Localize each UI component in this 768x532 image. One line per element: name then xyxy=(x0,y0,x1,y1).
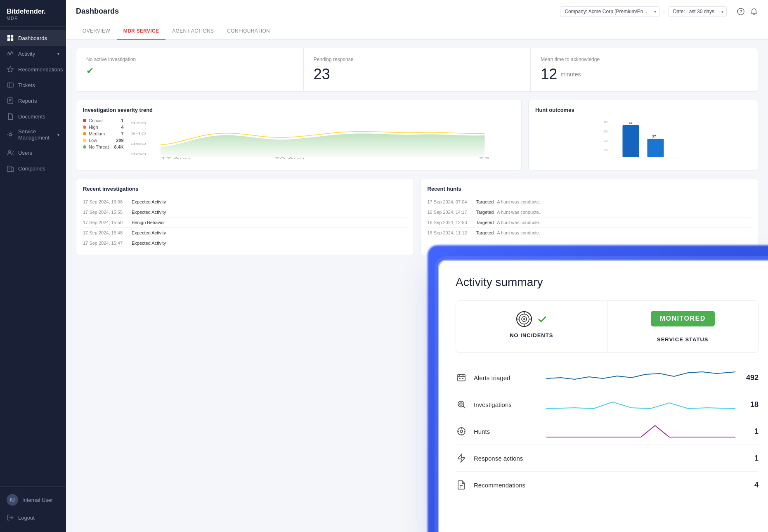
investigation-chart-area: 320 340 360 380 17 Aug 20 Aug 23 xyxy=(130,118,515,159)
tab-configuration[interactable]: CONFIGURATION xyxy=(220,23,276,40)
activity-summary-modal: Activity summary NO IN xyxy=(438,260,768,532)
critical-dot xyxy=(83,119,86,122)
stat-mean-time-unit: minutes xyxy=(560,71,581,78)
recent-inv-1: 17 Sep 2024, 15:55 Expected Activity xyxy=(83,207,407,218)
response-chart xyxy=(546,451,735,466)
sidebar-navigation: Dashboards Activity ▾ Recommendations Ti… xyxy=(0,27,66,486)
svg-text:380: 380 xyxy=(130,152,147,156)
sidebar-recommendations-label: Recommendations xyxy=(18,66,63,73)
hunt-outcomes-chart-area: 80 60 40 20 63 27 xyxy=(535,118,751,163)
svg-text:320: 320 xyxy=(130,121,147,125)
investigations-value: 18 xyxy=(742,400,759,409)
company-filter[interactable]: Company: Acme Corp [Premium/En... xyxy=(560,6,659,17)
no-incidents-block: NO INCIDENTS xyxy=(456,301,607,352)
hunt-outcomes-chart: Hunt outcomes 80 60 40 20 63 2 xyxy=(528,100,758,170)
sidebar-item-tickets[interactable]: Tickets xyxy=(0,77,66,93)
sidebar-item-logout[interactable]: Logout xyxy=(0,510,66,525)
metric-alerts-triaged: Alerts triaged 492 xyxy=(456,364,759,391)
no-incidents-label: NO INCIDENTS xyxy=(466,332,597,338)
stat-pending-value: 23 xyxy=(314,66,521,83)
charts-row: Investigation severity trend Critical 1 … xyxy=(76,100,758,170)
svg-text:40: 40 xyxy=(604,139,608,143)
svg-text:27: 27 xyxy=(652,135,656,138)
service-status-block: MONITORED SERVICE STATUS xyxy=(607,301,759,352)
svg-text:20 Aug: 20 Aug xyxy=(274,156,304,159)
logo: Bitdefender. MDR xyxy=(0,0,66,27)
hunt-outcomes-title: Hunt outcomes xyxy=(535,107,751,113)
stats-row: No active investigation ✔ Pending respon… xyxy=(76,48,758,92)
monitored-badge: MONITORED xyxy=(651,311,715,326)
sidebar-item-recommendations[interactable]: Recommendations xyxy=(0,61,66,77)
service-chevron-icon: ▾ xyxy=(57,132,59,137)
filter-separator: – xyxy=(663,9,665,14)
sidebar-item-service-management[interactable]: Service Management ▾ xyxy=(0,124,66,145)
tab-agent-actions[interactable]: AGENT ACTIONS xyxy=(165,23,220,40)
recommendations-chart xyxy=(546,478,735,492)
legend-nothreat: No Threat 8.4K xyxy=(83,144,124,149)
svg-point-50 xyxy=(458,401,464,407)
svg-rect-32 xyxy=(623,125,639,157)
alerts-value: 492 xyxy=(742,374,759,382)
investigation-chart: Investigation severity trend Critical 1 … xyxy=(76,100,522,170)
sidebar-users-label: Users xyxy=(18,150,32,156)
recent-hunt-2: 16 Sep 2024, 12:53 Targeted A hunt was c… xyxy=(428,218,751,228)
stat-mean-time-label: Mean time to acknowledge xyxy=(541,57,748,62)
svg-text:340: 340 xyxy=(130,132,147,135)
settings-icon xyxy=(7,131,14,138)
sidebar-item-activity[interactable]: Activity ▾ xyxy=(0,46,66,61)
sidebar-item-users[interactable]: Users xyxy=(0,145,66,161)
metric-investigations: Investigations 18 xyxy=(456,391,759,418)
svg-text:63: 63 xyxy=(629,121,633,125)
sidebar-item-dashboards[interactable]: Dashboards xyxy=(0,30,66,46)
star-icon xyxy=(7,66,14,73)
legend-low: Low 209 xyxy=(83,138,124,143)
svg-text:23: 23 xyxy=(479,156,489,159)
recent-inv-3: 17 Sep 2024, 15:48 Expected Activity xyxy=(83,228,407,238)
legend-critical: Critical 1 xyxy=(83,118,124,123)
response-value: 1 xyxy=(742,454,759,463)
user-profile[interactable]: IU Internal User xyxy=(0,490,66,510)
svg-text:20: 20 xyxy=(604,148,608,152)
sidebar-activity-label: Activity xyxy=(18,51,35,57)
svg-text:17 Aug: 17 Aug xyxy=(160,156,190,159)
bell-icon[interactable] xyxy=(750,7,758,16)
no-incidents-icons xyxy=(466,311,597,327)
svg-rect-34 xyxy=(647,139,664,157)
svg-point-52 xyxy=(460,403,462,405)
topbar: Dashboards Company: Acme Corp [Premium/E… xyxy=(66,0,768,23)
recommendations-icon xyxy=(456,479,467,491)
sidebar-item-documents[interactable]: Documents xyxy=(0,109,66,124)
recommendations-label: Recommendations xyxy=(474,482,540,489)
grid-icon xyxy=(7,34,14,42)
svg-rect-4 xyxy=(7,83,13,87)
logout-label: Logout xyxy=(18,515,35,521)
stat-no-active-value: ✔ xyxy=(86,66,293,76)
svg-text:60: 60 xyxy=(604,130,608,133)
svg-text:80: 80 xyxy=(604,120,608,124)
alerts-label: Alerts triaged xyxy=(474,374,540,381)
low-dot xyxy=(83,139,86,142)
date-filter[interactable]: Date: Last 30 days xyxy=(669,6,727,17)
help-icon[interactable]: ? xyxy=(737,7,745,16)
brand-name: Bitdefender. xyxy=(7,7,59,16)
tab-mdr-service[interactable]: MDR SERVICE xyxy=(117,23,165,40)
svg-rect-1 xyxy=(11,35,13,38)
recommendations-value: 4 xyxy=(742,481,759,489)
svg-rect-0 xyxy=(7,35,10,38)
tabs-bar: OVERVIEW MDR SERVICE AGENT ACTIONS CONFI… xyxy=(66,23,768,40)
investigation-chart-title: Investigation severity trend xyxy=(83,107,515,113)
sidebar-item-companies[interactable]: Companies xyxy=(0,161,66,176)
metric-hunts: Hunts 1 xyxy=(456,418,759,445)
svg-point-11 xyxy=(9,151,11,153)
alerts-chart xyxy=(546,370,735,385)
sidebar-item-reports[interactable]: Reports xyxy=(0,93,66,109)
investigations-chart xyxy=(546,397,735,412)
activity-summary-title: Activity summary xyxy=(456,276,759,289)
topbar-icons: ? xyxy=(737,7,758,16)
stat-no-active-label: No active investigation xyxy=(86,57,293,62)
hunts-chart xyxy=(546,424,735,439)
sidebar-documents-label: Documents xyxy=(18,113,45,120)
tab-overview[interactable]: OVERVIEW xyxy=(76,23,117,40)
building-icon xyxy=(7,165,14,172)
recent-hunt-3: 16 Sep 2024, 11:12 Targeted A hunt was c… xyxy=(428,228,751,238)
